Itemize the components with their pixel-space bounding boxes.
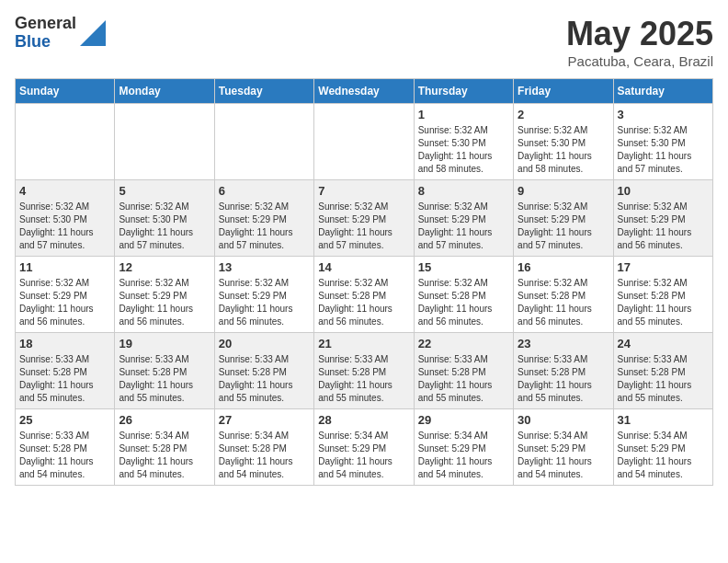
day-info: Sunrise: 5:33 AMSunset: 5:28 PMDaylight:… bbox=[318, 353, 409, 405]
day-info: Sunrise: 5:32 AMSunset: 5:30 PMDaylight:… bbox=[19, 201, 110, 252]
day-info: Sunrise: 5:33 AMSunset: 5:28 PMDaylight:… bbox=[518, 353, 609, 405]
calendar-cell: 29Sunrise: 5:34 AMSunset: 5:29 PMDayligh… bbox=[414, 409, 513, 486]
day-number: 24 bbox=[618, 337, 709, 350]
day-info: Sunrise: 5:33 AMSunset: 5:28 PMDaylight:… bbox=[618, 353, 709, 405]
day-info: Sunrise: 5:32 AMSunset: 5:30 PMDaylight:… bbox=[618, 124, 709, 176]
calendar-cell bbox=[115, 104, 214, 180]
day-number: 2 bbox=[518, 108, 609, 121]
day-number: 17 bbox=[618, 260, 709, 274]
day-number: 15 bbox=[418, 260, 509, 274]
calendar-cell: 18Sunrise: 5:33 AMSunset: 5:28 PMDayligh… bbox=[16, 333, 115, 409]
day-number: 11 bbox=[19, 260, 110, 274]
day-number: 1 bbox=[418, 108, 509, 121]
day-info: Sunrise: 5:33 AMSunset: 5:28 PMDaylight:… bbox=[119, 353, 210, 405]
week-row-1: 1Sunrise: 5:32 AMSunset: 5:30 PMDaylight… bbox=[16, 104, 713, 180]
calendar-cell: 22Sunrise: 5:33 AMSunset: 5:28 PMDayligh… bbox=[414, 333, 513, 409]
week-row-3: 11Sunrise: 5:32 AMSunset: 5:29 PMDayligh… bbox=[16, 257, 713, 333]
calendar-cell: 8Sunrise: 5:32 AMSunset: 5:29 PMDaylight… bbox=[414, 180, 513, 257]
day-info: Sunrise: 5:33 AMSunset: 5:28 PMDaylight:… bbox=[19, 353, 110, 405]
logo-general: General bbox=[15, 15, 76, 33]
calendar-cell: 12Sunrise: 5:32 AMSunset: 5:29 PMDayligh… bbox=[115, 257, 214, 333]
day-info: Sunrise: 5:34 AMSunset: 5:29 PMDaylight:… bbox=[618, 430, 709, 481]
calendar-cell: 25Sunrise: 5:33 AMSunset: 5:28 PMDayligh… bbox=[16, 409, 115, 486]
weekday-header-saturday: Saturday bbox=[613, 79, 712, 104]
day-number: 16 bbox=[518, 260, 609, 274]
day-number: 18 bbox=[19, 337, 110, 350]
day-number: 7 bbox=[318, 184, 409, 198]
calendar-cell: 24Sunrise: 5:33 AMSunset: 5:28 PMDayligh… bbox=[613, 333, 712, 409]
week-row-4: 18Sunrise: 5:33 AMSunset: 5:28 PMDayligh… bbox=[16, 333, 713, 409]
calendar-cell: 17Sunrise: 5:32 AMSunset: 5:28 PMDayligh… bbox=[613, 257, 712, 333]
calendar-cell bbox=[214, 104, 313, 180]
day-number: 21 bbox=[318, 337, 409, 350]
calendar-cell: 11Sunrise: 5:32 AMSunset: 5:29 PMDayligh… bbox=[16, 257, 115, 333]
location: Pacatuba, Ceara, Brazil bbox=[566, 53, 713, 69]
day-number: 26 bbox=[119, 413, 210, 427]
weekday-header-thursday: Thursday bbox=[414, 79, 513, 104]
calendar-cell: 7Sunrise: 5:32 AMSunset: 5:29 PMDaylight… bbox=[314, 180, 414, 257]
day-number: 8 bbox=[418, 184, 509, 198]
day-info: Sunrise: 5:33 AMSunset: 5:28 PMDaylight:… bbox=[19, 430, 110, 481]
calendar-cell: 9Sunrise: 5:32 AMSunset: 5:29 PMDaylight… bbox=[514, 180, 613, 257]
day-info: Sunrise: 5:32 AMSunset: 5:29 PMDaylight:… bbox=[219, 277, 310, 328]
day-info: Sunrise: 5:34 AMSunset: 5:28 PMDaylight:… bbox=[119, 430, 210, 481]
calendar-cell bbox=[314, 104, 414, 180]
week-row-2: 4Sunrise: 5:32 AMSunset: 5:30 PMDaylight… bbox=[16, 180, 713, 257]
day-number: 5 bbox=[119, 184, 210, 198]
calendar-cell: 4Sunrise: 5:32 AMSunset: 5:30 PMDaylight… bbox=[16, 180, 115, 257]
day-number: 9 bbox=[518, 184, 609, 198]
weekday-header-friday: Friday bbox=[514, 79, 613, 104]
calendar-cell: 16Sunrise: 5:32 AMSunset: 5:28 PMDayligh… bbox=[514, 257, 613, 333]
calendar-cell: 14Sunrise: 5:32 AMSunset: 5:28 PMDayligh… bbox=[314, 257, 414, 333]
day-info: Sunrise: 5:33 AMSunset: 5:28 PMDaylight:… bbox=[418, 353, 509, 405]
month-title: May 2025 bbox=[566, 15, 713, 53]
calendar-cell: 30Sunrise: 5:34 AMSunset: 5:29 PMDayligh… bbox=[514, 409, 613, 486]
day-number: 31 bbox=[618, 413, 709, 427]
calendar-cell bbox=[16, 104, 115, 180]
calendar-cell: 13Sunrise: 5:32 AMSunset: 5:29 PMDayligh… bbox=[214, 257, 313, 333]
day-info: Sunrise: 5:32 AMSunset: 5:29 PMDaylight:… bbox=[618, 201, 709, 252]
day-info: Sunrise: 5:32 AMSunset: 5:28 PMDaylight:… bbox=[518, 277, 609, 328]
calendar-cell: 27Sunrise: 5:34 AMSunset: 5:28 PMDayligh… bbox=[214, 409, 313, 486]
title-section: May 2025 Pacatuba, Ceara, Brazil bbox=[566, 15, 713, 69]
day-info: Sunrise: 5:34 AMSunset: 5:28 PMDaylight:… bbox=[219, 430, 310, 481]
day-info: Sunrise: 5:34 AMSunset: 5:29 PMDaylight:… bbox=[418, 430, 509, 481]
week-row-5: 25Sunrise: 5:33 AMSunset: 5:28 PMDayligh… bbox=[16, 409, 713, 486]
day-number: 25 bbox=[19, 413, 110, 427]
day-info: Sunrise: 5:32 AMSunset: 5:29 PMDaylight:… bbox=[119, 277, 210, 328]
day-number: 29 bbox=[418, 413, 509, 427]
day-info: Sunrise: 5:34 AMSunset: 5:29 PMDaylight:… bbox=[518, 430, 609, 481]
page-header: General Blue May 2025 Pacatuba, Ceara, B… bbox=[15, 15, 713, 69]
day-number: 22 bbox=[418, 337, 509, 350]
day-number: 12 bbox=[119, 260, 210, 274]
logo: General Blue bbox=[15, 15, 106, 52]
calendar-cell: 10Sunrise: 5:32 AMSunset: 5:29 PMDayligh… bbox=[613, 180, 712, 257]
weekday-header-tuesday: Tuesday bbox=[214, 79, 313, 104]
calendar-cell: 28Sunrise: 5:34 AMSunset: 5:29 PMDayligh… bbox=[314, 409, 414, 486]
calendar: SundayMondayTuesdayWednesdayThursdayFrid… bbox=[15, 78, 713, 486]
weekday-header-monday: Monday bbox=[115, 79, 214, 104]
logo-icon bbox=[80, 20, 106, 46]
day-number: 10 bbox=[618, 184, 709, 198]
day-number: 6 bbox=[219, 184, 310, 198]
day-number: 20 bbox=[219, 337, 310, 350]
weekday-header-row: SundayMondayTuesdayWednesdayThursdayFrid… bbox=[16, 79, 713, 104]
day-number: 28 bbox=[318, 413, 409, 427]
day-number: 13 bbox=[219, 260, 310, 274]
calendar-cell: 15Sunrise: 5:32 AMSunset: 5:28 PMDayligh… bbox=[414, 257, 513, 333]
day-info: Sunrise: 5:32 AMSunset: 5:29 PMDaylight:… bbox=[318, 201, 409, 252]
day-info: Sunrise: 5:32 AMSunset: 5:29 PMDaylight:… bbox=[219, 201, 310, 252]
calendar-cell: 19Sunrise: 5:33 AMSunset: 5:28 PMDayligh… bbox=[115, 333, 214, 409]
calendar-cell: 26Sunrise: 5:34 AMSunset: 5:28 PMDayligh… bbox=[115, 409, 214, 486]
day-number: 19 bbox=[119, 337, 210, 350]
day-number: 14 bbox=[318, 260, 409, 274]
weekday-header-wednesday: Wednesday bbox=[314, 79, 414, 104]
day-number: 3 bbox=[618, 108, 709, 121]
day-number: 30 bbox=[518, 413, 609, 427]
day-info: Sunrise: 5:32 AMSunset: 5:29 PMDaylight:… bbox=[19, 277, 110, 328]
logo-blue: Blue bbox=[15, 33, 76, 52]
day-info: Sunrise: 5:32 AMSunset: 5:29 PMDaylight:… bbox=[418, 201, 509, 252]
calendar-cell: 20Sunrise: 5:33 AMSunset: 5:28 PMDayligh… bbox=[214, 333, 313, 409]
day-number: 4 bbox=[19, 184, 110, 198]
calendar-cell: 3Sunrise: 5:32 AMSunset: 5:30 PMDaylight… bbox=[613, 104, 712, 180]
